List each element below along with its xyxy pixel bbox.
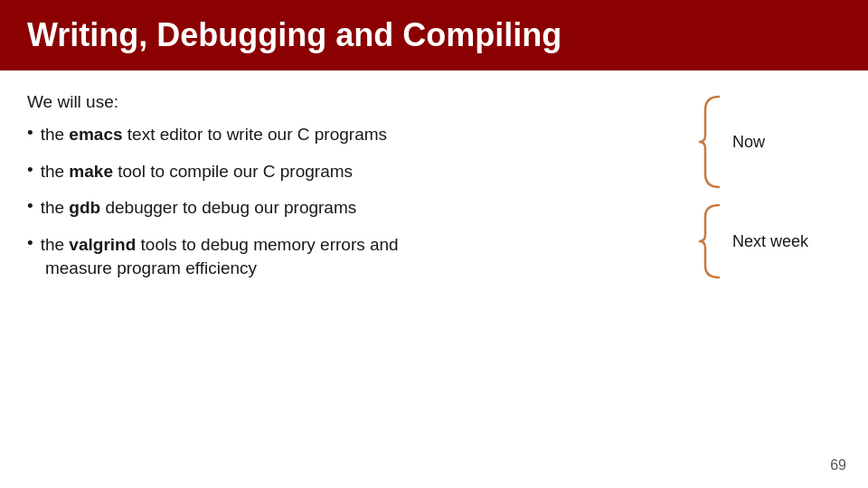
- list-item: • the gdb debugger to debug our programs: [27, 196, 678, 221]
- list-item: • the valgrind tools to debug memory err…: [27, 233, 678, 281]
- bullet-symbol: •: [27, 196, 33, 216]
- bullet-symbol: •: [27, 233, 33, 253]
- list-item: • the make tool to compile our C program…: [27, 160, 678, 184]
- now-bracket-group: Now: [696, 92, 841, 192]
- bullet-text-3: the gdb debugger to debug our programs: [41, 196, 357, 221]
- list-item: • the emacs text editor to write our C p…: [27, 123, 678, 147]
- page-number: 69: [830, 457, 846, 474]
- slide-title: Writing, Debugging and Compiling: [27, 16, 841, 54]
- side-annotations: Now Next week: [678, 92, 841, 294]
- nextweek-brace-icon: [696, 201, 723, 282]
- slide-content: We will use: • the emacs text editor to …: [0, 70, 868, 315]
- bullet-symbol: •: [27, 123, 33, 143]
- text-section: We will use: • the emacs text editor to …: [27, 92, 678, 294]
- next-week-label: Next week: [732, 232, 808, 251]
- intro-text: We will use:: [27, 92, 678, 112]
- slide-header: Writing, Debugging and Compiling: [0, 0, 868, 70]
- bullet-text-2: the make tool to compile our C programs: [41, 160, 353, 184]
- nextweek-bracket-group: Next week: [696, 201, 841, 282]
- bullet-text-4: the valgrind tools to debug memory error…: [41, 233, 399, 281]
- bullet-symbol: •: [27, 160, 33, 180]
- now-brace-icon: [696, 92, 723, 192]
- bullet-list: • the emacs text editor to write our C p…: [27, 123, 678, 281]
- now-label: Now: [732, 133, 765, 152]
- bullet-text-1: the emacs text editor to write our C pro…: [41, 123, 387, 147]
